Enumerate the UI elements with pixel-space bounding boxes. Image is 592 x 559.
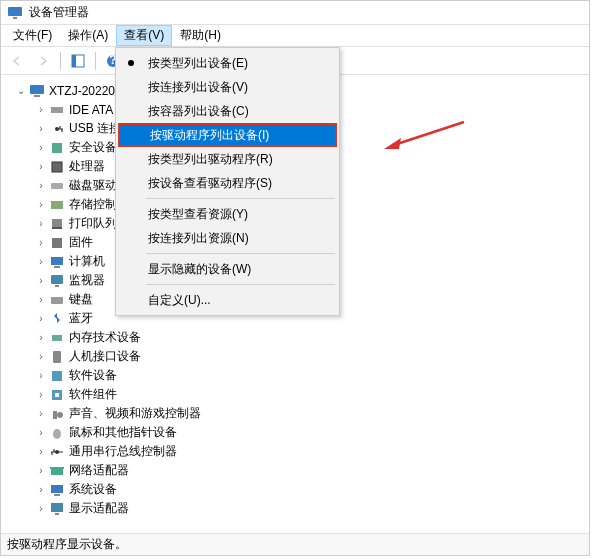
menu-separator — [146, 253, 335, 254]
expand-icon[interactable]: › — [35, 465, 47, 477]
expand-icon[interactable]: › — [35, 370, 47, 382]
svg-rect-25 — [53, 351, 61, 363]
tree-item-label: 蓝牙 — [69, 310, 93, 327]
menu-item-label: 自定义(U)... — [148, 292, 211, 309]
tree-item[interactable]: ›人机接口设备 — [11, 347, 589, 366]
expand-icon[interactable]: › — [35, 123, 47, 135]
device-category-icon — [49, 235, 65, 251]
device-category-icon — [49, 197, 65, 213]
svg-rect-10 — [51, 107, 63, 113]
expand-icon[interactable]: › — [35, 427, 47, 439]
menu-action[interactable]: 操作(A) — [60, 25, 116, 46]
menu-item-resources-by-type[interactable]: 按类型查看资源(Y) — [118, 202, 337, 226]
toolbar-forward-button[interactable] — [31, 50, 55, 72]
menu-item-resources-by-connection[interactable]: 按连接列出资源(N) — [118, 226, 337, 250]
menu-item-label: 显示隐藏的设备(W) — [148, 261, 251, 278]
tree-item[interactable]: ›软件组件 — [11, 385, 589, 404]
svg-rect-21 — [51, 275, 63, 284]
svg-rect-26 — [52, 371, 62, 381]
menu-file[interactable]: 文件(F) — [5, 25, 60, 46]
tree-item[interactable]: ›通用串行总线控制器 — [11, 442, 589, 461]
menu-help[interactable]: 帮助(H) — [172, 25, 229, 46]
titlebar: 设备管理器 — [1, 1, 589, 25]
expand-icon[interactable]: › — [35, 104, 47, 116]
menu-item-devices-by-container[interactable]: 按容器列出设备(C) — [118, 99, 337, 123]
device-category-icon — [49, 387, 65, 403]
tree-item[interactable]: ›内存技术设备 — [11, 328, 589, 347]
menu-item-devices-by-type[interactable]: 按类型列出设备(E) — [118, 51, 337, 75]
svg-rect-34 — [50, 467, 64, 469]
menu-item-drivers-by-type[interactable]: 按类型列出驱动程序(R) — [118, 147, 337, 171]
expand-icon[interactable]: › — [35, 180, 47, 192]
device-category-icon — [49, 330, 65, 346]
expand-icon[interactable]: › — [35, 256, 47, 268]
collapse-icon[interactable]: ⌄ — [15, 85, 27, 97]
svg-rect-3 — [72, 55, 76, 67]
menu-item-devices-by-connection[interactable]: 按连接列出设备(V) — [118, 75, 337, 99]
device-manager-window: 设备管理器 文件(F) 操作(A) 查看(V) 帮助(H) ? 按类型列出设备(… — [0, 0, 590, 556]
tree-item[interactable]: ›显示适配器 — [11, 499, 589, 518]
menu-item-label: 按连接列出设备(V) — [148, 79, 248, 96]
menu-item-customize[interactable]: 自定义(U)... — [118, 288, 337, 312]
expand-icon[interactable]: › — [35, 199, 47, 211]
expand-icon[interactable]: › — [35, 313, 47, 325]
device-category-icon — [49, 406, 65, 422]
menu-item-label: 按类型列出驱动程序(R) — [148, 151, 273, 168]
tree-item-label: 处理器 — [69, 158, 105, 175]
menu-item-label: 按类型列出设备(E) — [148, 55, 248, 72]
menu-view[interactable]: 查看(V) — [116, 25, 172, 46]
tree-item-label: 监视器 — [69, 272, 105, 289]
expand-icon[interactable]: › — [35, 275, 47, 287]
tree-item[interactable]: ›声音、视频和游戏控制器 — [11, 404, 589, 423]
tree-item-label: 鼠标和其他指针设备 — [69, 424, 177, 441]
menu-separator — [146, 198, 335, 199]
tree-root-label: XTZJ-20220 — [49, 84, 115, 98]
tree-item-label: 显示适配器 — [69, 500, 129, 517]
expand-icon[interactable]: › — [35, 503, 47, 515]
svg-rect-33 — [51, 469, 63, 475]
device-category-icon — [49, 368, 65, 384]
expand-icon[interactable]: › — [35, 294, 47, 306]
tree-item-label: 内存技术设备 — [69, 329, 141, 346]
device-category-icon — [49, 273, 65, 289]
device-category-icon — [49, 425, 65, 441]
tree-item[interactable]: ›鼠标和其他指针设备 — [11, 423, 589, 442]
expand-icon[interactable]: › — [35, 332, 47, 344]
tree-item[interactable]: ›系统设备 — [11, 480, 589, 499]
tree-item[interactable]: ›软件设备 — [11, 366, 589, 385]
menu-item-label: 按连接列出资源(N) — [148, 230, 249, 247]
svg-rect-37 — [51, 503, 63, 512]
expand-icon[interactable]: › — [35, 218, 47, 230]
svg-rect-22 — [55, 285, 59, 287]
expand-icon[interactable]: › — [35, 351, 47, 363]
svg-rect-14 — [51, 183, 63, 189]
svg-rect-16 — [52, 219, 62, 227]
expand-icon[interactable]: › — [35, 142, 47, 154]
expand-icon[interactable]: › — [35, 237, 47, 249]
expand-icon[interactable]: › — [35, 484, 47, 496]
expand-icon[interactable]: › — [35, 161, 47, 173]
menu-item-label: 按类型查看资源(Y) — [148, 206, 248, 223]
menu-item-label: 按驱动程序列出设备(I) — [150, 127, 269, 144]
tree-item[interactable]: ›网络适配器 — [11, 461, 589, 480]
svg-point-31 — [53, 429, 61, 439]
device-category-icon — [49, 254, 65, 270]
svg-point-30 — [57, 412, 63, 418]
svg-rect-28 — [55, 393, 59, 397]
expand-icon[interactable]: › — [35, 408, 47, 420]
expand-icon[interactable]: › — [35, 446, 47, 458]
device-category-icon — [49, 349, 65, 365]
expand-icon[interactable]: › — [35, 389, 47, 401]
device-category-icon — [49, 311, 65, 327]
menu-item-drivers-by-device[interactable]: 按设备查看驱动程序(S) — [118, 171, 337, 195]
svg-rect-19 — [51, 257, 63, 265]
statusbar-text: 按驱动程序显示设备。 — [7, 536, 127, 553]
menu-item-devices-by-driver[interactable]: 按驱动程序列出设备(I) — [118, 123, 337, 147]
toolbar-back-button[interactable] — [5, 50, 29, 72]
device-category-icon — [49, 292, 65, 308]
menu-item-show-hidden[interactable]: 显示隐藏的设备(W) — [118, 257, 337, 281]
svg-rect-38 — [55, 513, 59, 515]
device-category-icon — [49, 216, 65, 232]
tree-item-label: 系统设备 — [69, 481, 117, 498]
toolbar-show-hide-button[interactable] — [66, 50, 90, 72]
